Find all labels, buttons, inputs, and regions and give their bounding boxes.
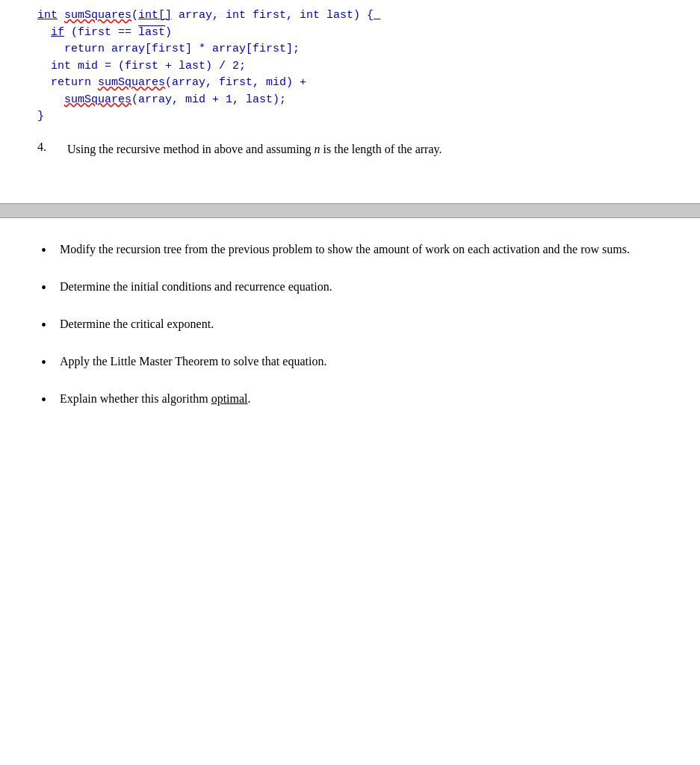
code-line-5: return sumSquares(array, first, mid) + [37, 75, 663, 92]
bullet-dot-5: • [37, 390, 60, 409]
code-last-overline: last [138, 26, 165, 39]
bullet-text-3: Determine the critical exponent. [60, 315, 663, 333]
code-line-7: } [37, 108, 663, 126]
code-line-1: int sumSquares(int[] array, int first, i… [37, 7, 663, 25]
bullet-dot-4: • [37, 353, 60, 372]
bullet-text-5: Explain whether this algorithm optimal. [60, 390, 663, 408]
code-function-sumSquares2: sumSquares [98, 76, 165, 89]
code-type-int: int[] [138, 9, 172, 22]
bullet-dot-1: • [37, 241, 60, 260]
code-block: int sumSquares(int[] array, int first, i… [37, 7, 663, 126]
bullet-item-2: • Determine the initial conditions and r… [37, 278, 663, 297]
lower-section: • Modify the recursion tree from the pre… [0, 218, 700, 450]
bullet-list: • Modify the recursion tree from the pre… [37, 241, 663, 409]
code-line-6: sumSquares(array, mid + 1, last); [37, 92, 663, 109]
bullet-item-3: • Determine the critical exponent. [37, 315, 663, 335]
bullet-item-1: • Modify the recursion tree from the pre… [37, 241, 663, 260]
bullet-text-5-before: Explain whether this algorithm [60, 392, 211, 405]
code-line-2: if (first == last) [37, 25, 663, 42]
code-line-3: return array[first] * array[first]; [37, 41, 663, 58]
bullet-text-1: Modify the recursion tree from the previ… [60, 241, 663, 258]
question-4-text: Using the recursive method in above and … [67, 140, 442, 158]
bullet-dot-3: • [37, 315, 60, 335]
bullet-dot-2: • [37, 278, 60, 297]
code-keyword-if: if [51, 26, 64, 39]
bullet-text-5-underline: optimal [211, 392, 248, 405]
bullet-text-5-after: . [248, 392, 251, 405]
bullet-item-5: • Explain whether this algorithm optimal… [37, 390, 663, 409]
code-function-sumSquares3: sumSquares [64, 93, 131, 106]
question-number-4: 4. [37, 140, 67, 154]
question-text-after: and assuming [243, 143, 315, 155]
bullet-item-4: • Apply the Little Master Theorem to sol… [37, 353, 663, 372]
bullet-text-4: Apply the Little Master Theorem to solve… [60, 353, 663, 371]
question-italic-n: n [315, 143, 320, 155]
code-brace: _ [374, 9, 380, 22]
code-function-sumSquares: sumSquares [64, 9, 131, 22]
question-text-before: Using the recursive method in above [67, 143, 243, 155]
code-keyword-int: int [37, 9, 58, 22]
question-4: 4. Using the recursive method in above a… [37, 140, 663, 158]
page-divider [0, 203, 700, 218]
question-text-end: is the length of the array. [320, 143, 442, 155]
bullet-text-2: Determine the initial conditions and rec… [60, 278, 663, 296]
code-line-4: int mid = (first + last) / 2; [37, 58, 663, 75]
upper-section: int sumSquares(int[] array, int first, i… [0, 0, 700, 181]
